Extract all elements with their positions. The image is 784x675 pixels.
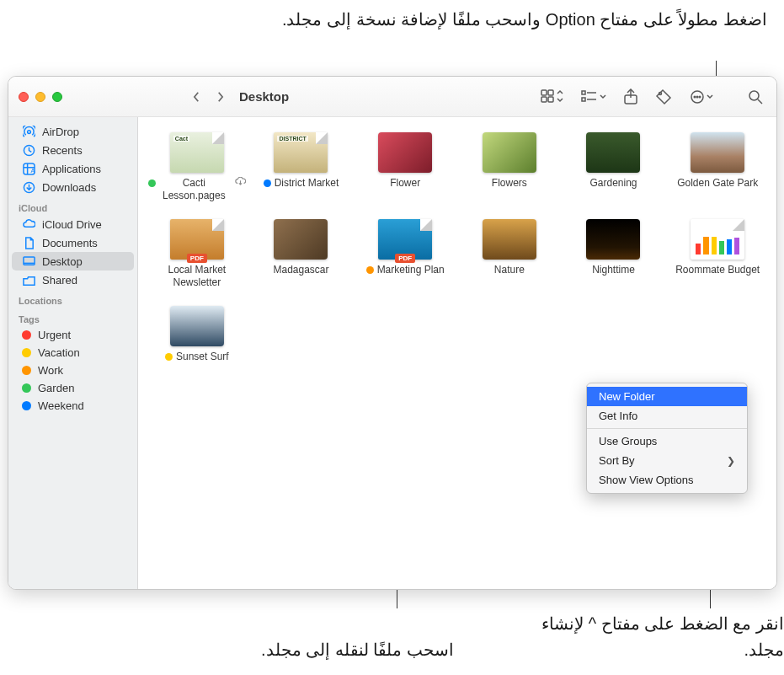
desktop-icon <box>22 254 35 268</box>
file-item[interactable]: Golden Gate Park <box>669 132 766 202</box>
sidebar-item-label: AirDrop <box>42 126 79 138</box>
search-button[interactable] <box>748 86 763 108</box>
sidebar-item-shared[interactable]: Shared <box>12 271 134 289</box>
sidebar-item-documents[interactable]: Documents <box>12 233 134 252</box>
file-tag-dot <box>165 353 173 361</box>
window-controls <box>19 92 62 102</box>
file-item[interactable]: Nighttime <box>565 219 663 289</box>
back-button[interactable] <box>185 87 207 107</box>
tag-label: Urgent <box>38 329 71 341</box>
svg-rect-6 <box>582 98 585 101</box>
svg-text:A: A <box>30 167 35 174</box>
svg-point-15 <box>749 91 759 100</box>
file-name: Nature <box>494 264 525 276</box>
file-name: Roommate Budget <box>675 264 760 276</box>
file-thumbnail: PDF <box>170 219 224 260</box>
sidebar-item-label: Recents <box>42 144 83 157</box>
sidebar: AirDropRecentsAApplicationsDownloads iCl… <box>8 117 138 589</box>
file-thumbnail <box>483 219 536 260</box>
file-item[interactable]: PDFMarketing Plan <box>356 219 454 289</box>
svg-point-13 <box>696 96 698 98</box>
airdrop-icon <box>22 125 35 138</box>
tag-urgent[interactable]: Urgent <box>12 326 134 344</box>
file-item[interactable]: Nature <box>461 219 558 289</box>
forward-button[interactable] <box>209 87 231 107</box>
file-item[interactable]: PDFLocal Market Newsletter <box>148 219 246 289</box>
maximize-button[interactable] <box>52 92 62 102</box>
file-name: Nighttime <box>592 264 635 276</box>
tag-weekend[interactable]: Weekend <box>12 397 134 415</box>
file-item[interactable]: Flower <box>356 132 454 202</box>
tag-color-dot <box>22 348 31 357</box>
chevron-right-icon: ❯ <box>727 455 735 467</box>
tag-button[interactable] <box>655 86 672 108</box>
tag-color-dot <box>22 330 31 340</box>
svg-point-12 <box>694 96 696 98</box>
svg-point-17 <box>27 130 30 133</box>
callout-top: اضغط مطولاً على مفتاح Option واسحب ملفًا… <box>282 7 767 33</box>
file-thumbnail <box>483 132 536 173</box>
sidebar-item-icloud-drive[interactable]: iCloud Drive <box>12 215 134 233</box>
close-button[interactable] <box>19 92 29 102</box>
group-button[interactable] <box>581 86 606 108</box>
file-item[interactable]: Madagascar <box>253 219 350 289</box>
minimize-button[interactable] <box>35 92 45 102</box>
svg-line-16 <box>758 99 762 104</box>
menu-separator <box>587 428 747 429</box>
file-name: Marketing Plan <box>366 264 445 276</box>
documents-icon <box>22 236 35 249</box>
tag-label: Work <box>38 364 63 377</box>
file-item[interactable]: Flowers <box>461 132 558 202</box>
context-menu: New FolderGet InfoUse GroupsSort By❯Show… <box>586 383 748 494</box>
file-item[interactable]: Roommate Budget <box>669 219 766 289</box>
file-item[interactable]: DISTRICTDistrict Market <box>253 132 350 202</box>
tag-vacation[interactable]: Vacation <box>12 344 134 362</box>
menu-item-sort-by[interactable]: Sort By❯ <box>587 451 747 470</box>
sidebar-item-recents[interactable]: Recents <box>12 141 134 159</box>
file-name: Madagascar <box>273 264 328 276</box>
tag-label: Garden <box>38 382 74 394</box>
file-name: Gardening <box>589 177 637 190</box>
tag-color-dot <box>22 401 31 410</box>
tag-work[interactable]: Work <box>12 362 134 379</box>
file-item[interactable]: Sunset Surf <box>148 306 246 363</box>
sidebar-section-locations: Locations <box>8 289 137 308</box>
file-thumbnail <box>170 306 224 346</box>
sidebar-item-applications[interactable]: AApplications <box>12 159 134 178</box>
cloud-download-icon <box>235 177 246 185</box>
view-mode-button[interactable] <box>541 86 564 108</box>
menu-item-get-info[interactable]: Get Info <box>587 406 747 426</box>
downloads-icon <box>22 180 35 194</box>
sidebar-item-desktop[interactable]: Desktop <box>12 252 134 271</box>
menu-item-show-view-options[interactable]: Show View Options <box>587 470 747 490</box>
menu-item-new-folder[interactable]: New Folder <box>587 387 747 406</box>
file-name: Cacti Lesson.pages <box>148 177 246 202</box>
tag-color-dot <box>22 366 31 375</box>
toolbar <box>541 86 766 108</box>
pdf-badge: PDF <box>187 254 207 263</box>
file-name: Local Market Newsletter <box>148 264 246 289</box>
file-tag-dot <box>264 179 271 187</box>
tag-label: Vacation <box>38 346 80 359</box>
sidebar-item-airdrop[interactable]: AirDrop <box>12 122 134 141</box>
file-thumbnail <box>691 132 744 173</box>
more-button[interactable] <box>689 86 714 108</box>
file-item[interactable]: CactCacti Lesson.pages <box>148 132 246 202</box>
sidebar-item-label: Documents <box>42 237 98 249</box>
menu-item-label: New Folder <box>599 390 654 403</box>
file-name: Flower <box>390 177 420 190</box>
svg-rect-4 <box>582 91 585 94</box>
sidebar-item-label: Desktop <box>42 255 83 268</box>
menu-item-label: Sort By <box>599 454 635 467</box>
callout-bottom-left: اسحب ملفًا لنقله إلى مجلد. <box>261 637 454 663</box>
finder-window: Desktop AirDropRecentsAA <box>8 76 777 590</box>
recents-icon <box>22 143 35 157</box>
tag-color-dot <box>22 383 31 393</box>
share-button[interactable] <box>623 86 638 108</box>
menu-item-use-groups[interactable]: Use Groups <box>587 431 747 451</box>
file-item[interactable]: Gardening <box>565 132 663 202</box>
file-area[interactable]: CactCacti Lesson.pagesDISTRICTDistrict M… <box>138 117 776 589</box>
sidebar-item-downloads[interactable]: Downloads <box>12 178 134 196</box>
file-tag-dot <box>148 179 156 187</box>
tag-garden[interactable]: Garden <box>12 379 134 397</box>
